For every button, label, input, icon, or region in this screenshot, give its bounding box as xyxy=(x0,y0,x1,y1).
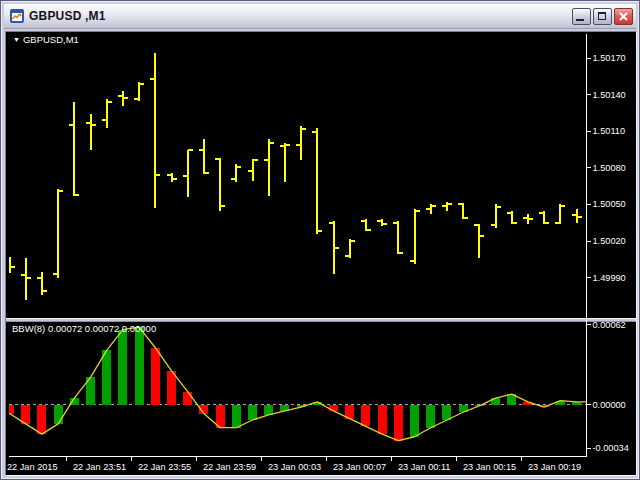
ohlc-bar xyxy=(555,204,565,224)
ohlc-bar xyxy=(134,82,144,100)
indicator-histogram-bar xyxy=(232,405,241,428)
price-axis-label: 1.49990 xyxy=(593,273,626,283)
time-axis-label: 23 Jan 00:07 xyxy=(333,462,386,472)
indicator-histogram-bar xyxy=(151,348,160,405)
indicator-histogram-bar xyxy=(54,405,63,424)
ohlc-bar xyxy=(523,214,533,224)
ohlc-bar xyxy=(280,143,290,182)
price-axis-label: 1.50110 xyxy=(593,126,626,136)
ohlc-bar xyxy=(442,202,452,211)
indicator-histogram-bar xyxy=(102,350,111,404)
ohlc-bar xyxy=(215,158,225,210)
indicator-histogram-bar xyxy=(410,405,419,437)
price-axis-label: 1.50050 xyxy=(593,199,626,209)
time-axis-label: 23 Jan 00:19 xyxy=(528,462,581,472)
indicator-histogram-bar xyxy=(183,392,192,405)
time-axis-label: 22 Jan 2015 xyxy=(7,462,58,472)
indicator-histogram-bar xyxy=(442,405,451,420)
close-button[interactable] xyxy=(614,8,633,25)
ohlc-bar xyxy=(167,173,177,183)
chart-window-icon xyxy=(9,8,25,24)
ohlc-bar xyxy=(248,159,258,181)
ohlc-bar xyxy=(118,91,128,106)
ohlc-bar xyxy=(491,204,501,227)
ohlc-bar xyxy=(377,219,387,226)
indicator-histogram-bar xyxy=(6,405,14,414)
main-chart-pane[interactable] xyxy=(6,53,582,299)
indicator-histogram-bar xyxy=(118,330,127,405)
ohlc-bar xyxy=(507,211,517,224)
time-axis-label: 22 Jan 23:59 xyxy=(203,462,256,472)
close-icon xyxy=(615,9,632,24)
ohlc-bar xyxy=(69,102,79,196)
pane-separator[interactable] xyxy=(6,318,636,322)
indicator-axis-label: 0.00000 xyxy=(593,400,626,410)
ohlc-bar xyxy=(150,53,160,208)
indicator-label-text: BBW(8) 0.00072 0.00072 0.00000 xyxy=(12,323,156,334)
indicator-histogram-bar xyxy=(394,405,403,441)
indicator-histogram-bar xyxy=(37,405,46,435)
ohlc-bar xyxy=(231,164,241,182)
chart-canvas[interactable]: 1.501701.501401.501101.500801.500501.500… xyxy=(6,32,636,475)
price-axis-label: 1.50170 xyxy=(593,53,626,63)
ohlc-bar xyxy=(410,209,420,264)
minimize-button[interactable] xyxy=(572,8,591,25)
chart-client-area: 1.501701.501401.501101.500801.500501.500… xyxy=(5,31,637,476)
indicator-histogram-bar xyxy=(426,405,435,428)
symbol-timeframe-label[interactable]: ▼GBPUSD,M1 xyxy=(13,34,79,45)
ohlc-bar xyxy=(102,99,112,127)
ohlc-bar xyxy=(296,126,306,160)
ohlc-bar xyxy=(345,239,355,259)
ohlc-bar xyxy=(199,139,209,174)
ohlc-bar xyxy=(312,128,322,234)
indicator-pane[interactable] xyxy=(6,327,586,441)
window-buttons xyxy=(572,8,633,25)
time-axis-label: 22 Jan 23:55 xyxy=(138,462,191,472)
ohlc-bar xyxy=(426,204,436,214)
ohlc-bar xyxy=(183,150,193,198)
indicator-axis-label: 0.00062 xyxy=(593,320,626,330)
window-titlebar[interactable]: GBPUSD ,M1 xyxy=(4,4,636,29)
window-title: GBPUSD ,M1 xyxy=(29,9,572,23)
time-axis-label: 22 Jan 23:51 xyxy=(73,462,126,472)
ohlc-bar xyxy=(393,221,403,254)
indicator-histogram-bar xyxy=(248,405,257,420)
symbol-timeframe-text: GBPUSD,M1 xyxy=(23,34,79,45)
indicator-histogram-bar xyxy=(21,405,30,424)
ohlc-bar xyxy=(86,114,96,149)
indicator-histogram-bar xyxy=(361,405,370,427)
indicator-histogram-bar xyxy=(329,405,338,411)
ohlc-bar xyxy=(37,272,47,295)
time-axis-label: 23 Jan 00:11 xyxy=(398,462,450,472)
ohlc-bar xyxy=(572,209,582,222)
time-axis-label: 23 Jan 00:15 xyxy=(463,462,516,472)
price-axis-label: 1.50020 xyxy=(593,236,626,246)
ohlc-bar xyxy=(21,258,31,299)
maximize-button[interactable] xyxy=(593,8,612,25)
maximize-icon xyxy=(598,12,606,20)
ohlc-bar xyxy=(458,203,468,219)
price-axis-label: 1.50080 xyxy=(593,163,626,173)
indicator-label: BBW(8) 0.00072 0.00072 0.00000 xyxy=(12,323,156,334)
indicator-axis-label: -0.00034 xyxy=(593,443,629,453)
indicator-histogram-bar xyxy=(264,405,273,415)
time-axis-label: 23 Jan 00:03 xyxy=(268,462,321,472)
indicator-histogram-bar xyxy=(135,327,144,404)
time-axis[interactable]: 22 Jan 201522 Jan 23:5122 Jan 23:5522 Ja… xyxy=(7,457,587,472)
ohlc-bar xyxy=(264,139,274,196)
ohlc-bar xyxy=(361,219,371,231)
indicator-line xyxy=(9,327,586,441)
ohlc-bar xyxy=(474,224,484,258)
indicator-histogram-bar xyxy=(378,405,387,435)
ohlc-bar xyxy=(329,221,339,273)
chart-window: GBPUSD ,M1 1.501701.501401.501101.500801… xyxy=(0,0,640,480)
dropdown-arrow-icon: ▼ xyxy=(13,36,20,43)
ohlc-bar xyxy=(539,211,549,224)
price-axis-label: 1.50140 xyxy=(593,90,626,100)
minimize-icon xyxy=(576,19,584,21)
price-axis[interactable]: 1.501701.501401.501101.500801.500501.500… xyxy=(587,34,629,457)
ohlc-bar xyxy=(6,257,15,273)
ohlc-bar xyxy=(53,189,63,278)
